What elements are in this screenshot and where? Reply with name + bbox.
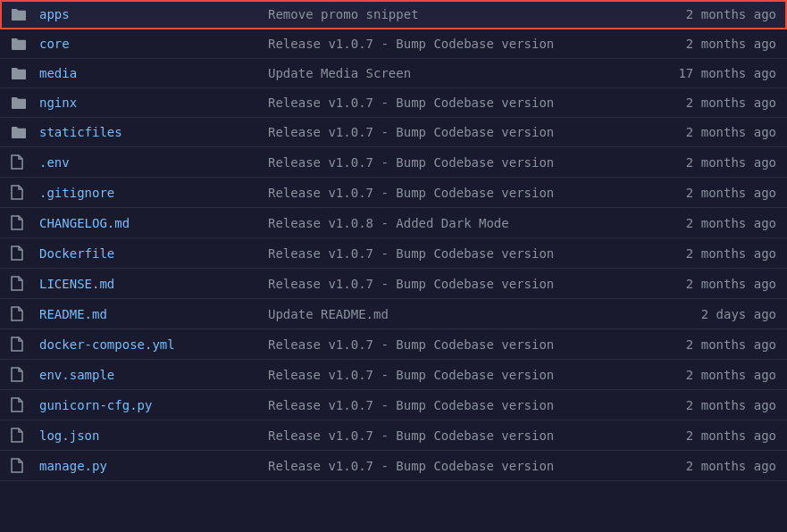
commit-message: Release v1.0.7 - Bump Codebase version <box>254 337 669 352</box>
table-row[interactable]: appsRemove promo snippet2 months ago <box>0 0 787 29</box>
file-icon <box>11 397 39 412</box>
file-name[interactable]: LICENSE.md <box>39 277 254 291</box>
file-icon <box>11 458 39 473</box>
commit-message: Release v1.0.7 - Bump Codebase version <box>254 37 669 51</box>
commit-message: Release v1.0.7 - Bump Codebase version <box>254 277 669 291</box>
commit-message: Release v1.0.7 - Bump Codebase version <box>254 428 669 443</box>
table-row[interactable]: mediaUpdate Media Screen17 months ago <box>0 59 787 88</box>
file-time: 2 months ago <box>669 216 776 230</box>
table-row[interactable]: DockerfileRelease v1.0.7 - Bump Codebase… <box>0 238 787 269</box>
commit-message: Release v1.0.7 - Bump Codebase version <box>254 125 669 139</box>
table-row[interactable]: staticfilesRelease v1.0.7 - Bump Codebas… <box>0 118 787 147</box>
file-icon <box>11 215 39 230</box>
file-name[interactable]: Dockerfile <box>39 246 254 261</box>
file-time: 2 months ago <box>669 337 776 352</box>
folder-name[interactable]: nginx <box>39 96 254 110</box>
commit-message: Update Media Screen <box>254 66 669 80</box>
file-icon <box>11 245 39 261</box>
file-name[interactable]: docker-compose.yml <box>39 337 254 352</box>
file-time: 2 months ago <box>669 186 776 200</box>
file-name[interactable]: env.sample <box>39 368 254 382</box>
file-time: 2 months ago <box>669 398 776 412</box>
file-time: 2 months ago <box>669 7 776 21</box>
file-name[interactable]: .gitignore <box>39 186 254 200</box>
file-name[interactable]: gunicorn-cfg.py <box>39 398 254 412</box>
table-row[interactable]: coreRelease v1.0.7 - Bump Codebase versi… <box>0 29 787 59</box>
file-time: 2 days ago <box>669 307 776 321</box>
folder-name[interactable]: apps <box>39 7 254 21</box>
file-name[interactable]: log.json <box>39 428 254 443</box>
file-time: 2 months ago <box>669 125 776 139</box>
commit-message: Release v1.0.7 - Bump Codebase version <box>254 459 669 473</box>
file-icon <box>11 276 39 291</box>
commit-message: Release v1.0.7 - Bump Codebase version <box>254 186 669 200</box>
table-row[interactable]: .envRelease v1.0.7 - Bump Codebase versi… <box>0 147 787 178</box>
commit-message: Remove promo snippet <box>254 7 669 21</box>
file-name[interactable]: README.md <box>39 307 254 321</box>
file-icon <box>11 185 39 200</box>
commit-message: Release v1.0.7 - Bump Codebase version <box>254 246 669 261</box>
file-time: 17 months ago <box>669 66 776 80</box>
file-name[interactable]: .env <box>39 155 254 170</box>
file-time: 2 months ago <box>669 428 776 443</box>
table-row[interactable]: gunicorn-cfg.pyRelease v1.0.7 - Bump Cod… <box>0 390 787 420</box>
file-name[interactable]: manage.py <box>39 459 254 473</box>
table-row[interactable]: README.mdUpdate README.md2 days ago <box>0 299 787 329</box>
table-row[interactable]: env.sampleRelease v1.0.7 - Bump Codebase… <box>0 360 787 390</box>
table-row[interactable]: log.jsonRelease v1.0.7 - Bump Codebase v… <box>0 420 787 451</box>
folder-name[interactable]: core <box>39 37 254 51</box>
table-row[interactable]: CHANGELOG.mdRelease v1.0.8 - Added Dark … <box>0 208 787 238</box>
file-time: 2 months ago <box>669 96 776 110</box>
file-time: 2 months ago <box>669 155 776 170</box>
file-name[interactable]: CHANGELOG.md <box>39 216 254 230</box>
file-time: 2 months ago <box>669 246 776 261</box>
table-row[interactable]: manage.pyRelease v1.0.7 - Bump Codebase … <box>0 451 787 481</box>
folder-icon <box>11 7 39 21</box>
file-time: 2 months ago <box>669 277 776 291</box>
file-icon <box>11 306 39 321</box>
table-row[interactable]: .gitignoreRelease v1.0.7 - Bump Codebase… <box>0 178 787 208</box>
table-row[interactable]: docker-compose.ymlRelease v1.0.7 - Bump … <box>0 329 787 360</box>
commit-message: Release v1.0.7 - Bump Codebase version <box>254 368 669 382</box>
commit-message: Release v1.0.7 - Bump Codebase version <box>254 155 669 170</box>
file-time: 2 months ago <box>669 459 776 473</box>
folder-icon <box>11 37 39 51</box>
table-row[interactable]: LICENSE.mdRelease v1.0.7 - Bump Codebase… <box>0 269 787 299</box>
folder-icon <box>11 96 39 110</box>
file-time: 2 months ago <box>669 37 776 51</box>
folder-icon <box>11 125 39 139</box>
file-icon <box>11 367 39 382</box>
commit-message: Release v1.0.7 - Bump Codebase version <box>254 96 669 110</box>
folder-name[interactable]: media <box>39 66 254 80</box>
file-time: 2 months ago <box>669 368 776 382</box>
file-icon <box>11 154 39 170</box>
commit-message: Update README.md <box>254 307 669 321</box>
commit-message: Release v1.0.8 - Added Dark Mode <box>254 216 669 230</box>
commit-message: Release v1.0.7 - Bump Codebase version <box>254 398 669 412</box>
folder-icon <box>11 66 39 80</box>
file-icon <box>11 428 39 443</box>
file-list: appsRemove promo snippet2 months ago cor… <box>0 0 787 481</box>
table-row[interactable]: nginxRelease v1.0.7 - Bump Codebase vers… <box>0 88 787 118</box>
folder-name[interactable]: staticfiles <box>39 125 254 139</box>
file-icon <box>11 337 39 352</box>
